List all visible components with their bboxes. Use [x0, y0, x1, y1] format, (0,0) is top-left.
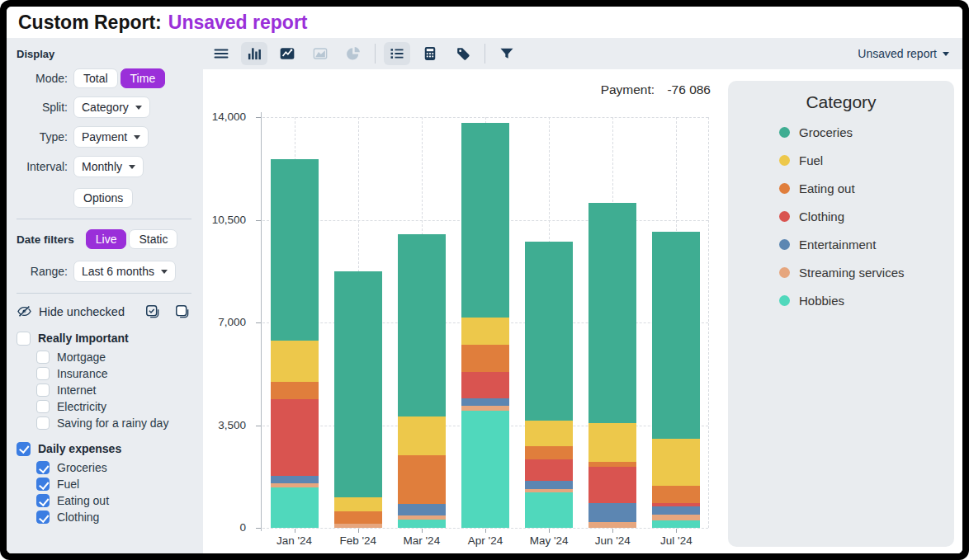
bar-segment[interactable] — [525, 242, 573, 421]
legend-item[interactable]: Hobbies — [779, 294, 954, 308]
checkbox[interactable] — [36, 494, 50, 507]
type-select[interactable]: Payment — [73, 126, 149, 148]
checkbox-group-row: Daily expenses — [17, 438, 203, 459]
bar-segment[interactable] — [588, 203, 636, 423]
stacked-bar[interactable] — [525, 242, 573, 528]
bar-segment[interactable] — [461, 398, 509, 406]
checkbox-row: Mortgage — [36, 349, 203, 365]
menu-button[interactable] — [208, 42, 234, 65]
checkbox-group-row: Really Important — [17, 327, 203, 349]
bar-segment[interactable] — [461, 345, 509, 372]
report-selector[interactable]: Unsaved report — [858, 47, 949, 60]
legend-item[interactable]: Entertainment — [779, 238, 954, 252]
bar-segment[interactable] — [461, 123, 509, 318]
bar-segment[interactable] — [652, 486, 700, 502]
bar-segment[interactable] — [398, 416, 446, 455]
toolbar-separator — [484, 44, 485, 64]
bar-segment[interactable] — [271, 399, 319, 476]
bar-segment[interactable] — [334, 271, 382, 497]
checkbox[interactable] — [36, 367, 50, 380]
legend-item[interactable]: Clothing — [779, 209, 954, 224]
bar-segment[interactable] — [398, 234, 446, 416]
stacked-bar[interactable] — [588, 203, 636, 528]
legend-color-dot — [779, 183, 790, 194]
checkbox[interactable] — [17, 442, 31, 456]
checkbox[interactable] — [36, 511, 50, 524]
select-all-icon[interactable] — [144, 304, 160, 319]
deselect-all-icon[interactable] — [174, 304, 190, 319]
x-axis-tick-label: Apr '24 — [452, 534, 518, 547]
legend-item[interactable]: Streaming services — [779, 266, 954, 280]
bar-segment[interactable] — [652, 439, 700, 487]
bar-segment[interactable] — [398, 504, 446, 515]
checkbox-label: Internet — [57, 384, 96, 397]
split-select[interactable]: Category — [73, 96, 150, 118]
x-axis-tick — [676, 529, 677, 533]
legend-item-label: Fuel — [799, 153, 823, 167]
checkbox[interactable] — [17, 332, 31, 346]
bar-segment[interactable] — [588, 503, 636, 522]
bar-segment[interactable] — [461, 411, 509, 528]
bar-segment[interactable] — [652, 232, 700, 439]
bar-segment[interactable] — [461, 372, 509, 398]
stacked-bar[interactable] — [652, 232, 700, 528]
options-button[interactable]: Options — [73, 188, 133, 208]
bar-segment[interactable] — [525, 492, 573, 528]
bar-segment[interactable] — [271, 476, 319, 483]
bar-segment[interactable] — [271, 341, 319, 382]
bar-segment[interactable] — [588, 467, 636, 504]
line-chart-view-button[interactable] — [274, 42, 300, 65]
legend-item[interactable]: Groceries — [779, 125, 954, 139]
mode-time-button[interactable]: Time — [121, 68, 166, 88]
bar-segment[interactable] — [271, 159, 319, 341]
x-axis-tick — [295, 529, 295, 533]
bar-segment[interactable] — [588, 522, 636, 528]
legend-title: Category — [728, 92, 954, 112]
legend-color-dot — [779, 295, 790, 306]
stacked-bar[interactable] — [461, 123, 509, 528]
bar-segment[interactable] — [588, 423, 636, 463]
bar-segment[interactable] — [461, 318, 509, 345]
range-select[interactable]: Last 6 months — [73, 261, 176, 282]
stacked-bar[interactable] — [334, 271, 382, 528]
checkbox[interactable] — [36, 384, 50, 397]
legend-color-dot — [779, 211, 790, 222]
bar-segment[interactable] — [525, 459, 573, 481]
bar-segment[interactable] — [271, 487, 319, 528]
date-static-button[interactable]: Static — [129, 229, 177, 249]
checkbox[interactable] — [36, 478, 50, 491]
bar-segment[interactable] — [398, 520, 446, 528]
area-chart-view-button[interactable] — [307, 42, 333, 65]
bar-segment[interactable] — [525, 446, 573, 459]
category-tree: Really ImportantMortgageInsuranceInterne… — [17, 327, 203, 525]
interval-select[interactable]: Monthly — [73, 156, 144, 177]
bar-chart-view-button[interactable] — [241, 42, 267, 65]
list-view-button[interactable] — [384, 42, 410, 65]
pie-chart-view-button[interactable] — [340, 42, 366, 65]
legend-item[interactable]: Fuel — [779, 153, 954, 167]
tags-button[interactable] — [450, 42, 476, 65]
bar-segment[interactable] — [334, 511, 382, 524]
checkbox[interactable] — [36, 400, 50, 413]
calculator-button[interactable] — [417, 42, 443, 65]
checkbox-label: Mortgage — [57, 351, 106, 364]
legend-item-label: Streaming services — [799, 266, 905, 280]
checkbox[interactable] — [36, 461, 50, 474]
bar-segment[interactable] — [398, 455, 446, 504]
bar-segment[interactable] — [334, 497, 382, 511]
stacked-bar[interactable] — [271, 159, 319, 528]
filter-button[interactable] — [494, 42, 520, 65]
bar-segment[interactable] — [334, 524, 382, 528]
date-live-button[interactable]: Live — [86, 229, 127, 249]
bar-segment[interactable] — [652, 506, 700, 515]
stacked-bar[interactable] — [398, 234, 446, 528]
mode-total-button[interactable]: Total — [73, 68, 118, 88]
bar-segment[interactable] — [525, 481, 573, 489]
legend-item[interactable]: Eating out — [779, 181, 954, 195]
checkbox[interactable] — [36, 351, 50, 364]
chevron-down-icon — [943, 52, 949, 56]
checkbox[interactable] — [36, 416, 50, 430]
bar-segment[interactable] — [525, 421, 573, 446]
bar-segment[interactable] — [271, 382, 319, 399]
bar-segment[interactable] — [652, 520, 700, 528]
